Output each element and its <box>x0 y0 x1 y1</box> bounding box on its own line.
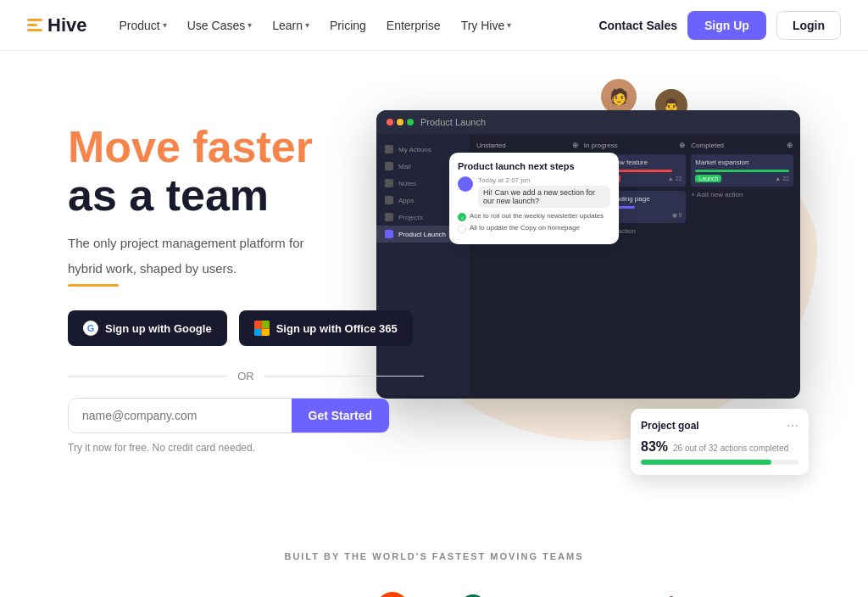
get-started-button[interactable]: Get Started <box>292 399 389 432</box>
float-chat-title: Product launch next steps <box>458 161 610 171</box>
float-goal-header: Project goal ⋯ <box>641 419 798 432</box>
logos-section: BUILT BY THE WORLD'S FASTEST MOVING TEAM… <box>0 509 868 597</box>
chat-bubble: Hi! Can we add a new section for our new… <box>478 186 610 208</box>
signup-google-button[interactable]: G Sign up with Google <box>68 310 227 346</box>
nav-enterprise[interactable]: Enterprise <box>378 14 449 37</box>
chevron-down-icon: ▾ <box>163 20 167 30</box>
hero-note: Try it now for free. No credit card need… <box>68 442 424 454</box>
kanban-add-completed[interactable]: + Add new action <box>691 191 793 198</box>
kanban-col-completed: Completed ⊕ Market expansion Launch ▲ 22 <box>691 141 793 388</box>
kanban-col-header-unstarted: Unstarted ⊕ <box>476 141 579 149</box>
logos-heading: BUILT BY THE WORLD'S FASTEST MOVING TEAM… <box>68 551 800 561</box>
signup-button[interactable]: Sign Up <box>687 11 766 40</box>
circle-icon <box>458 225 466 233</box>
goal-description: 26 out of 32 actions completed <box>673 444 788 453</box>
hero-left: Move faster as a team The only project m… <box>68 123 424 454</box>
goal-menu-icon[interactable]: ⋯ <box>787 419 798 432</box>
chat-step-1: ✓ Ace to roll out the weekly newsletter … <box>458 212 610 221</box>
signup-office-button[interactable]: Sign up with Office 365 <box>239 310 413 346</box>
hero-title-line1: Move faster <box>68 123 424 171</box>
chevron-down-icon: ▾ <box>305 20 309 30</box>
chevron-down-icon: ▾ <box>248 20 252 30</box>
logo-text: Hive <box>47 14 86 36</box>
check-icon: ✓ <box>458 213 466 221</box>
chat-time: Today at 2:07 pm <box>478 176 610 184</box>
chat-steps: ✓ Ace to roll out the weekly newsletter … <box>458 212 610 233</box>
logo-ea: EA <box>376 592 409 597</box>
divider-left <box>68 376 227 377</box>
goal-percent: 83% <box>641 439 668 455</box>
chat-avatar <box>458 176 473 192</box>
float-chat-card: Product launch next steps Today at 2:07 … <box>449 153 619 244</box>
kanban-card: Market expansion Launch ▲ 22 <box>691 154 793 187</box>
hero-underline <box>68 284 119 287</box>
nav-learn[interactable]: Learn ▾ <box>264 14 318 37</box>
navbar: Hive Product ▾ Use Cases ▾ Learn ▾ Prici… <box>0 0 868 51</box>
nav-try-hive[interactable]: Try Hive ▾ <box>453 14 520 37</box>
float-goal-title: Project goal <box>641 420 699 432</box>
kanban-col-header-completed: Completed ⊕ <box>691 141 793 149</box>
logos-row: COMCAST Google EA ✦ STARBUCKS® TOYOTA <box>68 592 800 597</box>
nav-use-cases[interactable]: Use Cases ▾ <box>179 14 260 37</box>
mockup-topbar: Product Launch <box>376 110 800 134</box>
hero-section: Move faster as a team The only project m… <box>0 51 868 509</box>
goal-progress-bar-fill <box>641 460 771 465</box>
nav-pricing[interactable]: Pricing <box>321 14 375 37</box>
or-divider: OR <box>68 370 424 382</box>
hero-title-line2: as a team <box>68 171 424 220</box>
divider-right <box>264 376 424 377</box>
nav-actions: Contact Sales Sign Up Login <box>598 11 841 40</box>
office-icon <box>254 321 270 336</box>
nav-product[interactable]: Product ▾ <box>110 14 175 37</box>
goal-progress-bar-bg <box>641 460 798 465</box>
kanban-col-header-inprogress: In progress ⊕ <box>584 141 687 149</box>
nav-links: Product ▾ Use Cases ▾ Learn ▾ Pricing En… <box>110 14 598 37</box>
contact-sales-link[interactable]: Contact Sales <box>598 19 677 32</box>
goal-stat: 83% 26 out of 32 actions completed <box>641 439 798 455</box>
email-form: Get Started <box>68 398 390 433</box>
float-goal-card: Project goal ⋯ 83% 26 out of 32 actions … <box>631 409 809 475</box>
hero-right: 🧑 👨 Product Launch My Actions <box>424 102 800 475</box>
or-text: OR <box>237 370 254 382</box>
mockup-title: Product Launch <box>420 117 486 127</box>
logo-icon <box>27 19 42 31</box>
email-input[interactable] <box>69 399 292 432</box>
hero-subtitle-2: hybrid work, shaped by users. <box>68 259 424 279</box>
hero-subtitle-1: The only project management platform for <box>68 233 424 254</box>
login-button[interactable]: Login <box>776 11 841 40</box>
hero-buttons: G Sign up with Google Sign up with Offic… <box>68 310 424 346</box>
chat-step-2: All to update the Copy on homepage <box>458 224 610 233</box>
chevron-down-icon: ▾ <box>507 20 511 30</box>
google-icon: G <box>83 321 98 336</box>
logo[interactable]: Hive <box>27 14 86 36</box>
float-chat-message: Today at 2:07 pm Hi! Can we add a new se… <box>458 176 610 208</box>
